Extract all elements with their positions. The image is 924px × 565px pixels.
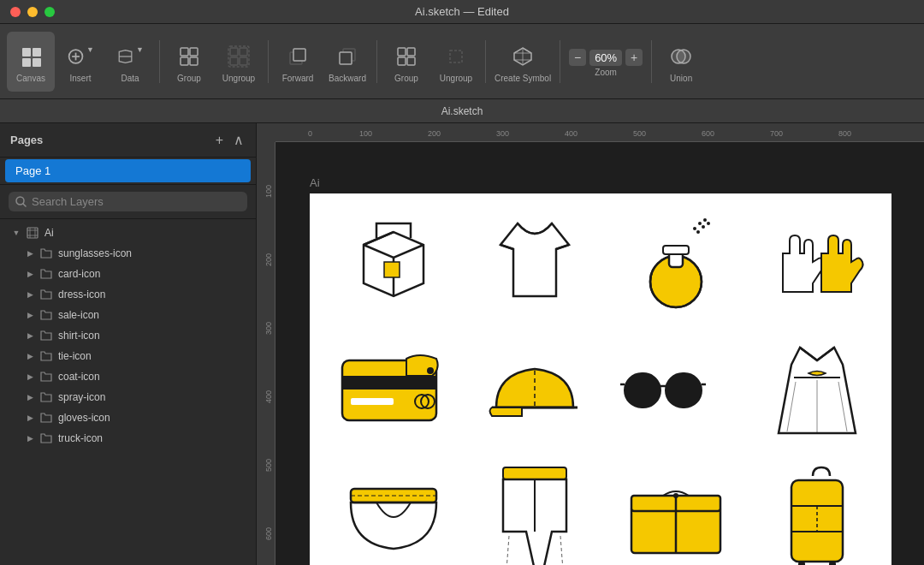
svg-point-25: [677, 50, 690, 63]
separator-1: [159, 40, 160, 83]
expand-coat[interactable]: ▶: [24, 371, 36, 383]
svg-line-58: [787, 382, 796, 431]
create-symbol-button[interactable]: Create Symbol: [491, 32, 554, 92]
expand-ai[interactable]: ▼: [10, 227, 22, 239]
svg-rect-28: [27, 228, 38, 238]
backward-button[interactable]: Backward: [323, 32, 371, 92]
group-folder-icon-6: [39, 349, 53, 363]
underwear-svg: [342, 480, 445, 557]
ungroup2-icon: [442, 43, 470, 70]
svg-line-66: [560, 536, 563, 565]
search-layers-input[interactable]: [32, 195, 240, 208]
expand-spray[interactable]: ▶: [24, 391, 36, 403]
group-folder-icon-2: [39, 267, 53, 281]
ungroup-icon: [225, 43, 252, 70]
svg-point-43: [696, 230, 700, 234]
ungroup2-label: Ungroup: [440, 74, 472, 83]
layer-item-dress[interactable]: ▶ dress-icon: [0, 284, 256, 305]
minimize-button[interactable]: [27, 7, 38, 17]
layer-item-card[interactable]: ▶ card-icon: [0, 264, 256, 284]
expand-tie[interactable]: ▶: [24, 350, 36, 362]
layer-item-truck[interactable]: ▶ truck-icon: [0, 428, 256, 449]
zoom-value[interactable]: 60%: [589, 50, 622, 66]
ruler-left-400: 400: [264, 390, 273, 403]
forward-button[interactable]: Forward: [274, 32, 322, 92]
svg-rect-54: [666, 373, 702, 407]
svg-rect-9: [181, 57, 188, 65]
title-bar: Ai.sketch — Edited: [0, 0, 924, 24]
page-item-1[interactable]: Page 1: [5, 159, 251, 182]
layer-name-tie: tie-icon: [58, 350, 246, 362]
svg-rect-3: [33, 58, 41, 67]
expand-gloves[interactable]: ▶: [24, 412, 36, 424]
svg-rect-1: [33, 48, 41, 56]
separator-6: [651, 40, 652, 83]
expand-card[interactable]: ▶: [24, 268, 36, 280]
data-label: Data: [121, 74, 139, 83]
layer-item-tie[interactable]: ▶ tie-icon: [0, 346, 256, 366]
dress-svg: [770, 339, 864, 442]
expand-sale[interactable]: ▶: [24, 309, 36, 321]
group-label: Group: [177, 74, 201, 83]
canvas-button[interactable]: Canvas: [7, 32, 55, 92]
canvas-scroll[interactable]: Ai: [275, 142, 924, 565]
layer-item-shirt[interactable]: ▶ shirt-icon: [0, 325, 256, 346]
sunglasses-svg: [620, 360, 732, 420]
gloves-svg: [766, 215, 868, 309]
canvas-title-bar: Ai.sketch: [0, 99, 924, 123]
expand-dress[interactable]: ▶: [24, 288, 36, 300]
pants-svg: [496, 463, 573, 565]
insert-button[interactable]: ▼ Insert: [56, 32, 104, 92]
toggle-pages-button[interactable]: ∧: [232, 130, 246, 150]
backward-icon: [334, 43, 361, 70]
group2-button[interactable]: Group: [382, 32, 430, 92]
ungroup-label: Ungroup: [222, 74, 255, 83]
icon-cell-hat: [468, 330, 601, 450]
group-folder-icon-3: [39, 288, 53, 301]
expand-sunglasses[interactable]: ▶: [24, 247, 36, 259]
svg-line-34: [500, 245, 513, 249]
svg-rect-23: [407, 57, 415, 65]
svg-rect-8: [190, 48, 198, 56]
layer-item-coat[interactable]: ▶ coat-icon: [0, 366, 256, 387]
artboard[interactable]: [310, 193, 891, 565]
data-icon: ▼: [116, 43, 144, 70]
group-button[interactable]: Group: [165, 32, 213, 92]
icon-cell-gloves: [750, 202, 883, 322]
layer-artboard-ai[interactable]: ▼ Ai: [0, 223, 256, 243]
layer-item-gloves[interactable]: ▶ gloves-icon: [0, 407, 256, 428]
ruler-left-100: 100: [264, 185, 273, 198]
svg-rect-19: [340, 52, 352, 64]
close-button[interactable]: [10, 7, 21, 17]
layer-item-sale[interactable]: ▶ sale-icon: [0, 305, 256, 325]
svg-line-27: [23, 204, 26, 206]
icon-cell-pants: [468, 459, 601, 565]
ungroup-button[interactable]: Ungroup: [215, 32, 263, 92]
ruler-left-200: 200: [264, 253, 273, 266]
canvas-area[interactable]: 0 100 200 300 400 500 600 700 800 100 20…: [257, 123, 924, 565]
svg-point-44: [702, 225, 705, 229]
canvas-icon: [17, 43, 44, 70]
add-page-button[interactable]: +: [214, 131, 225, 150]
group-folder-icon-4: [39, 308, 53, 322]
maximize-button[interactable]: [44, 7, 55, 17]
data-button[interactable]: ▼ Data: [106, 32, 154, 92]
zoom-out-button[interactable]: −: [569, 49, 586, 66]
svg-rect-20: [398, 48, 406, 56]
pages-title: Pages: [10, 134, 43, 146]
ruler-left-300: 300: [264, 322, 273, 335]
expand-truck[interactable]: ▶: [24, 432, 36, 444]
icon-cell-card: [327, 330, 459, 450]
union-label: Union: [670, 74, 692, 83]
insert-icon: ▼: [67, 43, 94, 70]
svg-rect-7: [181, 48, 188, 56]
layer-item-spray[interactable]: ▶ spray-icon: [0, 387, 256, 407]
zoom-in-button[interactable]: +: [625, 49, 643, 66]
expand-shirt[interactable]: ▶: [24, 330, 36, 342]
page-name: Page 1: [15, 164, 50, 177]
layer-item-sunglasses[interactable]: ▶ sunglasses-icon: [0, 243, 256, 264]
forward-label: Forward: [282, 74, 314, 83]
group-folder-icon: [39, 247, 53, 260]
ungroup2-button[interactable]: Ungroup: [432, 32, 480, 92]
union-button[interactable]: Union: [657, 32, 705, 92]
